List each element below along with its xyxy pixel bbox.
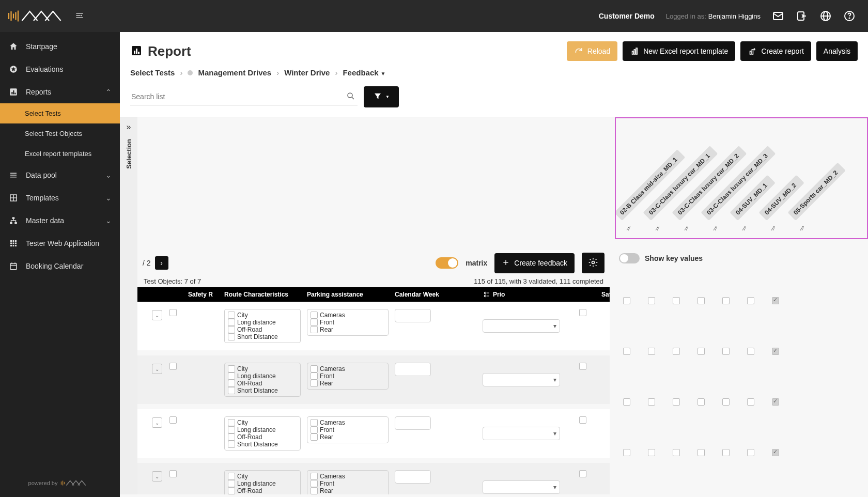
next-page-button[interactable]: › [155,256,168,270]
route-option-checkbox[interactable] [228,480,235,487]
route-option-checkbox[interactable] [228,441,235,448]
new-excel-template-button[interactable]: New Excel report template [623,41,735,61]
matrix-checkbox[interactable] [648,348,655,355]
prio-dropdown[interactable]: ▾ [483,373,560,386]
expand-row-button[interactable]: ⌄ [152,310,162,320]
breadcrumb-winter-drive[interactable]: Winter Drive [284,68,330,77]
matrix-checkbox[interactable] [623,348,630,355]
matrix-checkbox[interactable] [673,449,680,456]
matrix-checkbox[interactable] [648,449,655,456]
expand-row-button[interactable]: ⌄ [152,471,162,482]
col-route[interactable]: Route Characteristics [221,291,304,298]
sidebar-sub-select-test-objects[interactable]: Select Test Objects [0,123,120,144]
matrix-checkbox[interactable] [698,297,705,304]
calendar-week-input[interactable] [395,416,431,430]
row-end-checkbox[interactable] [579,309,586,316]
breadcrumb-management-drives[interactable]: Management Drives [198,68,271,77]
globe-icon[interactable] [819,10,832,22]
sidebar-item-startpage[interactable]: Startpage [0,35,120,58]
matrix-checkbox[interactable] [747,449,754,456]
matrix-checkbox[interactable] [772,449,779,456]
sidebar-item-master-data[interactable]: Master data ⌄ [0,209,120,232]
breadcrumb-feedback[interactable]: Feedback▼ [343,68,385,77]
calendar-week-input[interactable] [395,363,431,376]
route-option-checkbox[interactable] [228,433,235,441]
parking-option-checkbox[interactable] [311,319,318,326]
matrix-checkbox[interactable] [623,297,630,304]
show-key-values-toggle[interactable] [619,253,640,263]
row-select-checkbox[interactable] [169,416,177,424]
search-icon[interactable] [346,91,355,102]
route-option-checkbox[interactable] [228,372,235,380]
parking-option-checkbox[interactable] [311,433,318,441]
matrix-checkbox[interactable] [722,398,730,406]
sidebar-item-reports[interactable]: Reports ⌃ [0,81,120,103]
matrix-checkbox[interactable] [772,297,779,304]
prio-dropdown[interactable]: ▾ [483,427,560,440]
matrix-checkbox[interactable] [698,398,705,406]
sidebar-sub-select-tests[interactable]: Select Tests [0,103,120,123]
breadcrumb-select-tests[interactable]: Select Tests [130,68,175,77]
col-safety[interactable]: Safety R [185,291,221,298]
calendar-week-input[interactable] [395,309,431,322]
route-option-checkbox[interactable] [228,365,235,372]
sidebar-item-booking-calendar[interactable]: Booking Calendar [0,255,120,277]
create-feedback-button[interactable]: Create feedback [494,253,575,273]
matrix-checkbox[interactable] [623,398,630,406]
search-input[interactable] [130,88,358,105]
row-select-checkbox[interactable] [169,309,177,316]
matrix-checkbox[interactable] [772,348,779,355]
matrix-checkbox[interactable] [698,348,705,355]
matrix-checkbox[interactable] [722,449,730,456]
filter-button[interactable]: ▼ [364,86,399,107]
row-select-checkbox[interactable] [169,363,177,370]
settings-button[interactable] [582,253,605,273]
route-option-checkbox[interactable] [228,333,235,340]
sidebar-item-templates[interactable]: Templates ⌄ [0,187,120,209]
route-option-checkbox[interactable] [228,473,235,480]
matrix-checkbox[interactable] [747,398,754,406]
matrix-checkbox[interactable] [648,297,655,304]
logout-icon[interactable] [796,10,808,22]
row-select-checkbox[interactable] [169,470,177,477]
expand-row-button[interactable]: ⌄ [152,364,162,374]
parking-option-checkbox[interactable] [311,312,318,319]
parking-option-checkbox[interactable] [311,372,318,380]
col-prio[interactable]: Prio [479,291,567,298]
matrix-checkbox[interactable] [772,398,779,406]
mail-icon[interactable] [772,10,784,22]
col-safety-last[interactable]: Safety-r [598,291,610,298]
help-icon[interactable] [843,10,856,22]
matrix-toggle[interactable] [436,257,458,269]
matrix-checkbox[interactable] [722,297,730,304]
row-end-checkbox[interactable] [579,470,586,477]
col-parking[interactable]: Parking assistance [304,291,392,298]
prio-dropdown[interactable]: ▾ [483,319,560,333]
selection-rail[interactable]: » Selection [120,117,137,494]
column-header-label[interactable]: 05-Sports car_MD_2 [787,162,846,221]
route-option-checkbox[interactable] [228,312,235,319]
route-option-checkbox[interactable] [228,319,235,326]
matrix-checkbox[interactable] [673,348,680,355]
parking-option-checkbox[interactable] [311,480,318,487]
parking-option-checkbox[interactable] [311,365,318,372]
matrix-checkbox[interactable] [623,449,630,456]
parking-option-checkbox[interactable] [311,426,318,433]
prio-dropdown[interactable]: ▾ [483,480,560,494]
row-end-checkbox[interactable] [579,416,586,424]
expand-row-button[interactable]: ⌄ [152,417,162,428]
matrix-checkbox[interactable] [648,398,655,406]
matrix-checkbox[interactable] [722,348,730,355]
reload-button[interactable]: Reload [567,41,617,61]
sidebar-item-evaluations[interactable]: Evaluations [0,58,120,81]
route-option-checkbox[interactable] [228,426,235,433]
parking-option-checkbox[interactable] [311,419,318,426]
matrix-checkbox[interactable] [747,348,754,355]
matrix-checkbox[interactable] [673,297,680,304]
route-option-checkbox[interactable] [228,380,235,387]
matrix-checkbox[interactable] [673,398,680,406]
row-end-checkbox[interactable] [579,363,586,370]
route-option-checkbox[interactable] [228,326,235,333]
parking-option-checkbox[interactable] [311,487,318,494]
customer-demo-label[interactable]: Customer Demo [599,12,655,20]
